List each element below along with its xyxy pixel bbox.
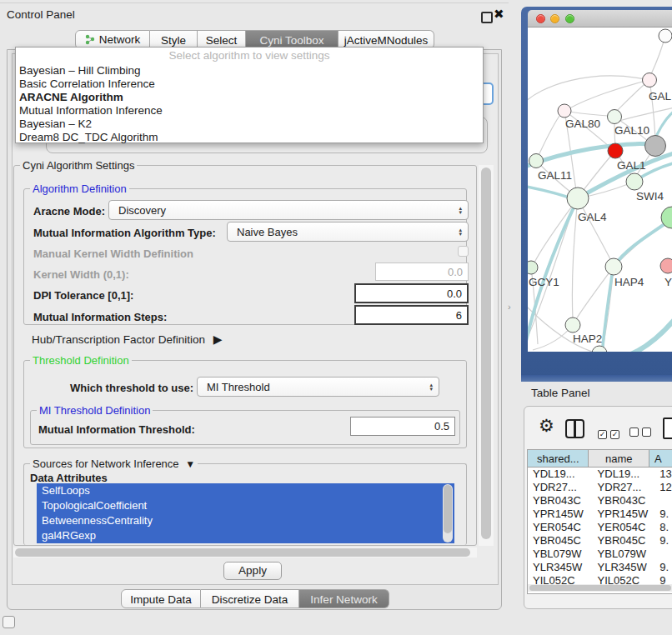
- which-threshold-combobox[interactable]: MI Threshold ▴▾: [197, 377, 439, 397]
- which-threshold-label: Which threshold to use:: [70, 382, 193, 394]
- column-header-name[interactable]: name: [589, 450, 649, 468]
- list-item[interactable]: TopologicalCoefficient: [37, 498, 454, 513]
- network-window[interactable]: GAL GAL80 GAL10 GAL1 GAL11 SWI4 GAL4 GCY…: [521, 7, 672, 382]
- table-row[interactable]: YLR345WYLR345W9.: [528, 561, 672, 574]
- mi-type-value: Naive Bayes: [237, 226, 298, 238]
- node-label: GAL4: [578, 211, 607, 223]
- table-row[interactable]: YBR045CYBR045C9.: [528, 534, 672, 548]
- aracne-mode-value: Discovery: [118, 204, 166, 217]
- network-window-titlebar[interactable]: [528, 10, 672, 28]
- dropdown-item-bayesian-hill[interactable]: Bayesian – Hill Climbing: [16, 64, 483, 78]
- table-row[interactable]: YDL19...YDL19...13: [528, 468, 672, 481]
- minimized-panel-icon[interactable]: [3, 616, 15, 628]
- close-panel-icon[interactable]: ✖: [494, 7, 504, 22]
- document-icon[interactable]: [663, 418, 672, 439]
- columns-icon[interactable]: [565, 419, 584, 438]
- table-row[interactable]: YDR27...YDR27...12: [528, 481, 672, 494]
- chevron-right-icon: ▶: [213, 332, 223, 346]
- node-label: HAP2: [573, 332, 602, 345]
- dropdown-item-dream8[interactable]: Dream8 DC_TDC Algorithm: [16, 131, 483, 144]
- settings-vscrollbar[interactable]: [479, 165, 494, 546]
- column-header-third[interactable]: A: [649, 450, 672, 468]
- data-table: shared... name A YDL19...YDL19...13 YDR2…: [527, 449, 672, 594]
- list-scrollbar-thumb[interactable]: [444, 485, 452, 533]
- table-hscrollbar-thumb[interactable]: [529, 585, 671, 591]
- dropdown-item-bayesian-k2[interactable]: Bayesian – K2: [16, 118, 483, 131]
- node[interactable]: [608, 143, 623, 158]
- node[interactable]: [626, 173, 643, 190]
- table-row[interactable]: YER054CYER054C8.: [528, 521, 672, 534]
- list-scrollbar[interactable]: [443, 484, 453, 542]
- list-item[interactable]: BetweennessCentrality: [37, 513, 454, 528]
- node[interactable]: [565, 318, 580, 332]
- control-panel-title: Control Panel: [7, 8, 75, 21]
- tab-impute-data[interactable]: Impute Data: [121, 589, 201, 608]
- node[interactable]: [659, 29, 672, 42]
- mi-steps-field[interactable]: 6: [354, 305, 469, 325]
- which-threshold-value: MI Threshold: [207, 381, 270, 393]
- node-label: GAL80: [565, 118, 600, 130]
- dropdown-item-basic-correlation[interactable]: Basic Correlation Inference: [16, 78, 483, 91]
- node[interactable]: [605, 258, 622, 275]
- dropdown-item-mutual-information[interactable]: Mutual Information Inference: [16, 104, 483, 118]
- algorithm-dropdown: Select algorithm to view settings Bayesi…: [15, 47, 484, 143]
- node-label: GAL10: [614, 124, 649, 137]
- toolbar-divider: [0, 2, 509, 3]
- node[interactable]: [528, 261, 538, 274]
- node-label: GAL11: [538, 169, 572, 182]
- aracne-mode-combobox[interactable]: Discovery ▴▾: [108, 200, 469, 220]
- list-item[interactable]: SelfLoops: [37, 483, 454, 498]
- aracne-mode-label: Aracne Mode:: [33, 205, 105, 218]
- control-panel: Control Panel ✖ Network Style Select Cyn…: [0, 0, 509, 611]
- node-label: SWI4: [636, 190, 664, 202]
- kernel-width-field: 0.0: [375, 262, 469, 281]
- dropdown-item-aracne[interactable]: ARACNE Algorithm: [16, 91, 483, 104]
- zoom-traffic-icon[interactable]: [565, 14, 574, 23]
- checked-boxes-icon[interactable]: ✓✓: [598, 425, 623, 440]
- node[interactable]: [645, 136, 666, 157]
- unchecked-boxes-icon[interactable]: [629, 425, 654, 440]
- column-header-shared[interactable]: shared...: [528, 450, 589, 468]
- node[interactable]: [592, 346, 607, 352]
- dropdown-prompt: Select algorithm to view settings: [16, 48, 483, 64]
- settings-hscrollbar-thumb[interactable]: [15, 548, 470, 557]
- table-row[interactable]: YPR145WYPR145W9.: [528, 508, 672, 521]
- mi-type-combobox[interactable]: Naive Bayes ▴▾: [227, 222, 469, 242]
- node[interactable]: [660, 258, 672, 273]
- apply-button[interactable]: Apply: [223, 562, 282, 580]
- tab-discretize-data[interactable]: Discretize Data: [201, 589, 299, 608]
- mi-threshold-group-title: MI Threshold Definition: [37, 405, 153, 417]
- node[interactable]: [529, 154, 544, 168]
- hub-expander-label: Hub/Transcription Factor Definition: [32, 333, 205, 346]
- float-panel-icon[interactable]: [481, 12, 493, 23]
- network-window-bottom-frame: [521, 375, 672, 382]
- mi-threshold-field[interactable]: 0.5: [350, 417, 455, 436]
- splitter-handle[interactable]: ›: [508, 302, 511, 312]
- network-canvas[interactable]: GAL GAL80 GAL10 GAL1 GAL11 SWI4 GAL4 GCY…: [528, 28, 672, 352]
- settings-hscrollbar[interactable]: [13, 548, 477, 558]
- table-row[interactable]: YBR043CYBR043C: [528, 494, 672, 508]
- table-panel: ⚙ ✓✓ shared... name A YDL19...YDL19...13: [524, 406, 672, 609]
- gear-icon[interactable]: ⚙: [539, 417, 554, 434]
- table-hscrollbar[interactable]: [528, 584, 672, 592]
- dpi-tolerance-field[interactable]: 0.0: [354, 283, 469, 303]
- close-traffic-icon[interactable]: [536, 14, 545, 23]
- minimize-traffic-icon[interactable]: [550, 14, 559, 23]
- node[interactable]: [558, 104, 571, 118]
- hub-expander[interactable]: Hub/Transcription Factor Definition ▶: [32, 332, 223, 346]
- tab-infer-network[interactable]: Infer Network: [299, 589, 389, 608]
- chevron-down-icon: ▼: [185, 458, 195, 470]
- sources-title: Sources for Network Inference: [33, 458, 179, 470]
- manual-kernel-checkbox[interactable]: [458, 246, 469, 257]
- node-label: HAP4: [614, 276, 644, 288]
- algorithm-definition-title: Algorithm Definition: [30, 183, 129, 195]
- node[interactable]: [643, 73, 657, 88]
- list-item[interactable]: gal4RGexp: [37, 528, 454, 543]
- table-row[interactable]: YBL079WYBL079W: [528, 548, 672, 561]
- node[interactable]: [567, 188, 589, 209]
- dpi-tolerance-label: DPI Tolerance [0,1]:: [33, 289, 133, 302]
- sources-expander[interactable]: Sources for Network Inference ▼: [30, 458, 198, 470]
- settings-vscrollbar-thumb[interactable]: [481, 168, 491, 539]
- node[interactable]: [608, 110, 622, 124]
- data-attributes-list[interactable]: SelfLoops TopologicalCoefficient Between…: [37, 483, 454, 543]
